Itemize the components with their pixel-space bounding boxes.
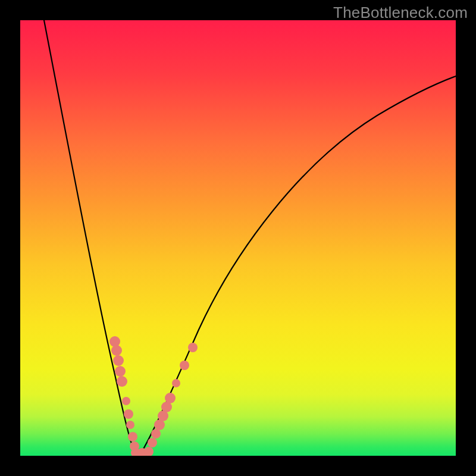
svg-point-19 bbox=[172, 379, 180, 387]
svg-point-14 bbox=[151, 429, 161, 439]
svg-point-5 bbox=[122, 397, 130, 405]
svg-point-13 bbox=[148, 438, 157, 447]
svg-point-6 bbox=[124, 409, 133, 419]
outer-frame: TheBottleneck.com bbox=[0, 0, 476, 476]
beads-right bbox=[148, 343, 198, 447]
svg-point-7 bbox=[126, 421, 134, 429]
beads-left bbox=[109, 336, 139, 451]
svg-point-18 bbox=[165, 393, 176, 403]
svg-point-4 bbox=[117, 376, 127, 387]
svg-point-12 bbox=[144, 447, 154, 456]
svg-point-3 bbox=[115, 366, 126, 377]
chart-plot-area bbox=[20, 20, 456, 456]
svg-point-20 bbox=[180, 361, 189, 370]
svg-point-2 bbox=[113, 355, 124, 366]
curve-right-branch bbox=[137, 76, 456, 456]
svg-point-8 bbox=[128, 432, 137, 441]
svg-point-21 bbox=[188, 343, 198, 352]
chart-svg bbox=[20, 20, 456, 456]
svg-point-0 bbox=[109, 336, 120, 347]
svg-point-1 bbox=[111, 345, 122, 356]
watermark-text: TheBottleneck.com bbox=[333, 4, 468, 22]
curve-left-branch bbox=[44, 20, 137, 456]
